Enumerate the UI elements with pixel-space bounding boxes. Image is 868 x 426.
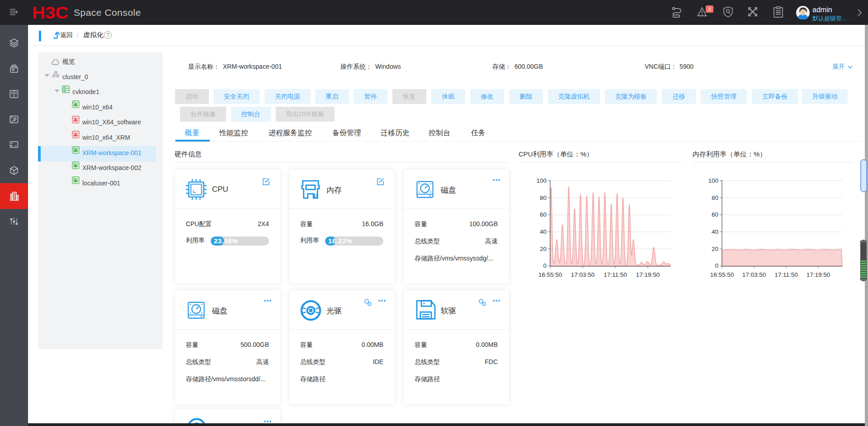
svg-text:17:11:50: 17:11:50: [774, 271, 798, 278]
svg-text:60: 60: [540, 211, 547, 218]
svg-text:20: 20: [712, 246, 718, 252]
svg-text:16:55:50: 16:55:50: [538, 271, 562, 278]
svg-text:0: 0: [543, 262, 547, 269]
svg-text:17:11:50: 17:11:50: [604, 271, 627, 278]
svg-text:100: 100: [708, 177, 718, 184]
svg-text:20: 20: [540, 246, 547, 252]
svg-text:60: 60: [712, 211, 718, 218]
svg-text:17:19:50: 17:19:50: [636, 271, 660, 278]
svg-text:17:19:50: 17:19:50: [807, 271, 830, 278]
svg-text:80: 80: [712, 194, 718, 201]
svg-text:17:03:50: 17:03:50: [571, 271, 595, 278]
svg-text:0: 0: [715, 262, 718, 269]
svg-text:40: 40: [712, 228, 718, 235]
svg-text:16:55:50: 16:55:50: [710, 271, 734, 278]
svg-text:100: 100: [536, 177, 547, 184]
svg-text:40: 40: [540, 228, 547, 235]
svg-text:80: 80: [540, 194, 547, 201]
svg-text:17:03:50: 17:03:50: [742, 271, 766, 278]
